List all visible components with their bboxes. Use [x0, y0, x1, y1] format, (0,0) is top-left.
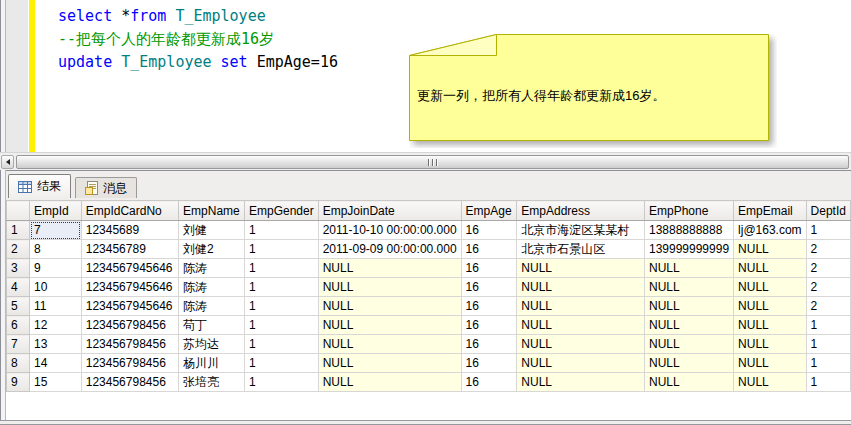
grid-cell[interactable]: 12345689 — [81, 221, 178, 240]
grid-cell[interactable]: 1 — [244, 354, 318, 373]
grid-cell[interactable]: 13888888888 — [644, 221, 733, 240]
grid-cell[interactable]: NULL — [644, 259, 733, 278]
grid-cell[interactable]: NULL — [734, 278, 807, 297]
grid-cell[interactable]: NULL — [644, 297, 733, 316]
grid-cell[interactable]: 1 — [806, 221, 850, 240]
grid-cell[interactable]: NULL — [517, 278, 645, 297]
grid-cell[interactable]: 1 — [244, 373, 318, 392]
grid-cell[interactable]: NULL — [734, 373, 807, 392]
column-header-empage[interactable]: EmpAge — [461, 201, 517, 221]
grid-cell[interactable]: 2011-09-09 00:00:00.000 — [318, 240, 461, 259]
grid-cell[interactable]: NULL — [318, 373, 461, 392]
horizontal-scrollbar[interactable] — [0, 152, 851, 170]
row-header[interactable]: 8 — [7, 354, 30, 373]
grid-cell[interactable]: 1 — [244, 297, 318, 316]
row-header[interactable]: 1 — [7, 221, 30, 240]
column-header-deptid[interactable]: DeptId — [806, 201, 850, 221]
grid-cell[interactable]: 陈涛 — [179, 278, 245, 297]
grid-cell[interactable]: 1 — [806, 354, 850, 373]
grid-cell[interactable]: 139999999999 — [644, 240, 733, 259]
grid-cell[interactable]: NULL — [734, 335, 807, 354]
grid-cell[interactable]: 刘健 — [179, 221, 245, 240]
grid-cell[interactable]: 16 — [461, 373, 517, 392]
grid-cell[interactable]: NULL — [318, 316, 461, 335]
grid-cell[interactable]: 北京市石景山区 — [517, 240, 645, 259]
grid-cell[interactable]: 刘健2 — [179, 240, 245, 259]
selected-cell[interactable]: 7 — [30, 221, 82, 240]
row-header[interactable]: 7 — [7, 335, 30, 354]
grid-cell[interactable]: 15 — [30, 373, 82, 392]
grid-cell[interactable]: 苏均达 — [179, 335, 245, 354]
grid-cell[interactable]: 2 — [806, 259, 850, 278]
grid-cell[interactable]: NULL — [644, 373, 733, 392]
grid-cell[interactable]: 2011-10-10 00:00:00.000 — [318, 221, 461, 240]
grid-cell[interactable]: NULL — [734, 316, 807, 335]
grid-cell[interactable]: 陈涛 — [179, 297, 245, 316]
grid-cell[interactable]: NULL — [644, 316, 733, 335]
grid-cell[interactable]: 14 — [30, 354, 82, 373]
sql-editor[interactable]: select *from T_Employee--把每个人的年龄都更新成16岁u… — [6, 0, 851, 152]
grid-cell[interactable]: 1 — [806, 316, 850, 335]
column-header-empemail[interactable]: EmpEmail — [734, 201, 807, 221]
row-header[interactable]: 6 — [7, 316, 30, 335]
grid-cell[interactable]: 123456798456 — [81, 354, 178, 373]
row-header[interactable]: 4 — [7, 278, 30, 297]
grid-cell[interactable]: 苟丁 — [179, 316, 245, 335]
grid-cell[interactable]: 16 — [461, 297, 517, 316]
grid-cell[interactable]: NULL — [734, 259, 807, 278]
grid-cell[interactable]: 123456798456 — [81, 373, 178, 392]
grid-cell[interactable]: 10 — [30, 278, 82, 297]
grid-cell[interactable]: NULL — [318, 259, 461, 278]
grid-corner-cell[interactable] — [7, 201, 30, 221]
column-header-empname[interactable]: EmpName — [179, 201, 245, 221]
grid-cell[interactable]: NULL — [734, 354, 807, 373]
grid-cell[interactable]: NULL — [734, 297, 807, 316]
grid-cell[interactable]: 1234567945646 — [81, 259, 178, 278]
grid-cell[interactable]: 16 — [461, 278, 517, 297]
column-header-empjoindate[interactable]: EmpJoinDate — [318, 201, 461, 221]
grid-cell[interactable]: 1234567945646 — [81, 297, 178, 316]
grid-cell[interactable]: 8 — [30, 240, 82, 259]
grid-cell[interactable]: 1 — [244, 278, 318, 297]
grid-cell[interactable]: 16 — [461, 316, 517, 335]
grid-cell[interactable]: 1234567945646 — [81, 278, 178, 297]
grid-cell[interactable]: NULL — [644, 354, 733, 373]
column-header-empphone[interactable]: EmpPhone — [644, 201, 733, 221]
grid-cell[interactable]: 2 — [806, 297, 850, 316]
grid-cell[interactable]: 12 — [30, 316, 82, 335]
grid-cell[interactable]: NULL — [517, 373, 645, 392]
grid-cell[interactable]: 杨川川 — [179, 354, 245, 373]
grid-cell[interactable]: 北京市海淀区某某村 — [517, 221, 645, 240]
grid-cell[interactable]: 2 — [806, 278, 850, 297]
grid-cell[interactable]: 16 — [461, 259, 517, 278]
row-header[interactable]: 5 — [7, 297, 30, 316]
column-header-empidcardno[interactable]: EmpIdCardNo — [81, 201, 178, 221]
grid-cell[interactable]: NULL — [318, 354, 461, 373]
grid-cell[interactable]: NULL — [318, 278, 461, 297]
grid-cell[interactable]: 1 — [806, 335, 850, 354]
grid-cell[interactable]: 1 — [244, 221, 318, 240]
grid-cell[interactable]: 16 — [461, 354, 517, 373]
grid-cell[interactable]: 16 — [461, 240, 517, 259]
column-header-empaddress[interactable]: EmpAddress — [517, 201, 645, 221]
grid-cell[interactable]: 11 — [30, 297, 82, 316]
grid-cell[interactable]: 123456798456 — [81, 316, 178, 335]
sql-code[interactable]: select *from T_Employee--把每个人的年龄都更新成16岁u… — [58, 5, 338, 74]
grid-cell[interactable]: 123456798456 — [81, 335, 178, 354]
column-header-empgender[interactable]: EmpGender — [244, 201, 318, 221]
row-header[interactable]: 2 — [7, 240, 30, 259]
grid-cell[interactable]: NULL — [517, 297, 645, 316]
grid-cell[interactable]: NULL — [734, 240, 807, 259]
grid-cell[interactable]: 1 — [244, 335, 318, 354]
grid-cell[interactable]: NULL — [517, 354, 645, 373]
tab-messages[interactable]: 消息 — [75, 177, 137, 198]
grid-cell[interactable]: NULL — [644, 335, 733, 354]
grid-cell[interactable]: NULL — [318, 297, 461, 316]
grid-cell[interactable]: NULL — [517, 316, 645, 335]
grid-cell[interactable]: 13 — [30, 335, 82, 354]
grid-cell[interactable]: 16 — [461, 221, 517, 240]
grid-cell[interactable]: 1 — [806, 373, 850, 392]
grid-cell[interactable]: 16 — [461, 335, 517, 354]
grid-cell[interactable]: 陈涛 — [179, 259, 245, 278]
grid-cell[interactable]: NULL — [318, 335, 461, 354]
